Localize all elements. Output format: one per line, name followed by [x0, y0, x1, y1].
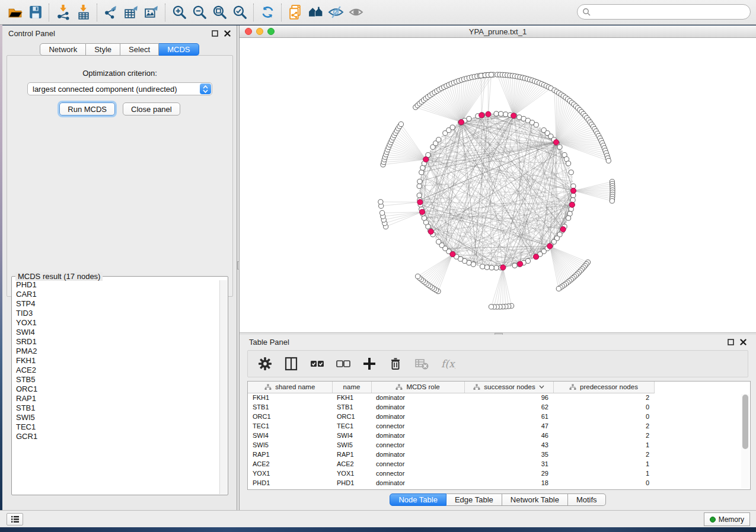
column-header-successor-nodes[interactable]: successor nodes: [464, 382, 553, 393]
ring-node[interactable]: [566, 161, 571, 166]
table-cell[interactable]: dominator: [371, 450, 464, 459]
two-houses-button[interactable]: [305, 2, 326, 23]
result-node-tid3[interactable]: TID3: [16, 309, 219, 318]
mcds-hub-node[interactable]: [428, 229, 433, 234]
table-cell[interactable]: 1: [553, 440, 654, 450]
zoom-selected-button[interactable]: [229, 2, 250, 23]
result-node-rap1[interactable]: RAP1: [16, 394, 219, 403]
ring-node[interactable]: [450, 125, 455, 130]
table-cell[interactable]: PHD1: [332, 478, 371, 488]
table-row[interactable]: SWI4SWI4dominator462: [248, 431, 654, 440]
run-mcds-button[interactable]: Run MCDS: [59, 102, 115, 116]
settings-gear-button[interactable]: [256, 355, 274, 373]
tab-network[interactable]: Network: [40, 43, 86, 56]
table-row[interactable]: FKH1FKH1dominator962: [248, 393, 654, 402]
mcds-hub-node[interactable]: [533, 254, 538, 259]
result-node-stb1[interactable]: STB1: [16, 403, 219, 413]
table-row[interactable]: YOX1YOX1connector291: [248, 469, 654, 478]
table-cell[interactable]: YOX1: [248, 469, 332, 478]
table-cell[interactable]: SWI5: [332, 440, 371, 450]
mcds-hub-node[interactable]: [450, 252, 455, 257]
table-cell[interactable]: 1: [553, 459, 654, 469]
satellite-node[interactable]: [556, 286, 561, 291]
ring-node[interactable]: [566, 216, 571, 220]
result-node-car1[interactable]: CAR1: [16, 290, 219, 299]
mcds-hub-node[interactable]: [553, 140, 559, 145]
table-cell[interactable]: 18: [464, 478, 553, 488]
table-cell[interactable]: 1: [553, 469, 654, 478]
refresh-button[interactable]: [257, 2, 277, 23]
ring-node[interactable]: [512, 263, 517, 268]
column-header-shared-name[interactable]: shared name: [248, 382, 332, 393]
ring-node[interactable]: [570, 198, 575, 203]
search-input[interactable]: [591, 8, 750, 16]
table-cell[interactable]: 43: [464, 440, 553, 450]
result-node-tec1[interactable]: TEC1: [16, 422, 219, 432]
table-scrollbar-thumb[interactable]: [742, 395, 748, 449]
result-node-swi5[interactable]: SWI5: [16, 413, 219, 422]
satellite-node[interactable]: [398, 122, 403, 127]
ring-node[interactable]: [417, 193, 422, 198]
table-cell[interactable]: SWI4: [248, 431, 332, 440]
search-box[interactable]: [577, 4, 751, 20]
result-node-ace2[interactable]: ACE2: [16, 366, 219, 375]
mcds-hub-node[interactable]: [479, 113, 484, 118]
table-cell[interactable]: YOX1: [332, 469, 371, 478]
mcds-result-scrollbar[interactable]: [219, 280, 227, 494]
network-graph[interactable]: [240, 38, 756, 332]
satellite-node[interactable]: [378, 200, 383, 204]
ring-node[interactable]: [419, 170, 424, 175]
table-cell[interactable]: 0: [553, 478, 654, 488]
table-cell[interactable]: connector: [371, 459, 464, 469]
close-panel-icon[interactable]: [224, 30, 231, 37]
delete-column-button[interactable]: [387, 355, 404, 373]
table-scrollbar[interactable]: [741, 394, 749, 488]
zoom-fit-button[interactable]: [209, 2, 229, 23]
mcds-hub-node[interactable]: [518, 261, 523, 267]
hide-selected-button[interactable]: [326, 2, 346, 23]
table-cell[interactable]: ORC1: [248, 412, 332, 421]
result-node-pma2[interactable]: PMA2: [16, 347, 219, 356]
column-header-predecessor-nodes[interactable]: predecessor nodes: [553, 382, 654, 393]
ring-node[interactable]: [417, 179, 422, 184]
table-cell[interactable]: TEC1: [248, 421, 332, 431]
table-row[interactable]: TEC1TEC1connector472: [248, 421, 654, 431]
table-cell[interactable]: connector: [371, 421, 464, 431]
optimization-select[interactable]: largest connected component (undirected): [27, 82, 212, 95]
ring-node[interactable]: [436, 239, 441, 244]
table-cell[interactable]: RAP1: [332, 450, 371, 459]
table-cell[interactable]: connector: [371, 440, 464, 450]
tab-select[interactable]: Select: [120, 43, 159, 56]
column-header-MCDS-role[interactable]: MCDS role: [371, 382, 464, 393]
result-node-gcr1[interactable]: GCR1: [16, 432, 219, 441]
table-row[interactable]: STB1STB1dominator620: [248, 402, 654, 412]
result-node-swi4[interactable]: SWI4: [16, 328, 219, 337]
table-cell[interactable]: connector: [371, 469, 464, 478]
table-cell[interactable]: SWI4: [332, 431, 371, 440]
mcds-result-list[interactable]: PHD1CAR1STP4TID3YOX1SWI4SRD1PMA2FKH1ACE2…: [12, 280, 219, 494]
table-cell[interactable]: FKH1: [332, 393, 371, 402]
ring-node[interactable]: [499, 111, 503, 116]
table-cell[interactable]: TEC1: [332, 421, 371, 431]
result-node-yox1[interactable]: YOX1: [16, 318, 219, 328]
table-cell[interactable]: 62: [464, 402, 553, 412]
result-node-fkh1[interactable]: FKH1: [16, 356, 219, 366]
ring-node[interactable]: [436, 137, 441, 142]
ring-node[interactable]: [503, 112, 508, 117]
network-window-titlebar[interactable]: YPA_prune.txt_1: [240, 25, 756, 38]
ring-node[interactable]: [557, 145, 562, 149]
table-cell[interactable]: 61: [464, 412, 553, 421]
table-row[interactable]: SWI5SWI5connector431: [248, 440, 654, 450]
ring-node[interactable]: [494, 111, 499, 116]
deselect-all-button[interactable]: [334, 355, 352, 373]
float-panel-icon[interactable]: [728, 339, 734, 345]
mcds-hub-node[interactable]: [511, 113, 516, 118]
clone-network-button[interactable]: [285, 2, 305, 23]
result-node-stb5[interactable]: STB5: [16, 375, 219, 384]
mcds-hub-node[interactable]: [417, 200, 423, 205]
table-row[interactable]: ACE2ACE2connector311: [248, 459, 654, 469]
table-cell[interactable]: 0: [553, 402, 654, 412]
satellite-node[interactable]: [489, 305, 493, 309]
panel-list-button[interactable]: [7, 513, 23, 525]
export-network-button[interactable]: [101, 2, 121, 23]
